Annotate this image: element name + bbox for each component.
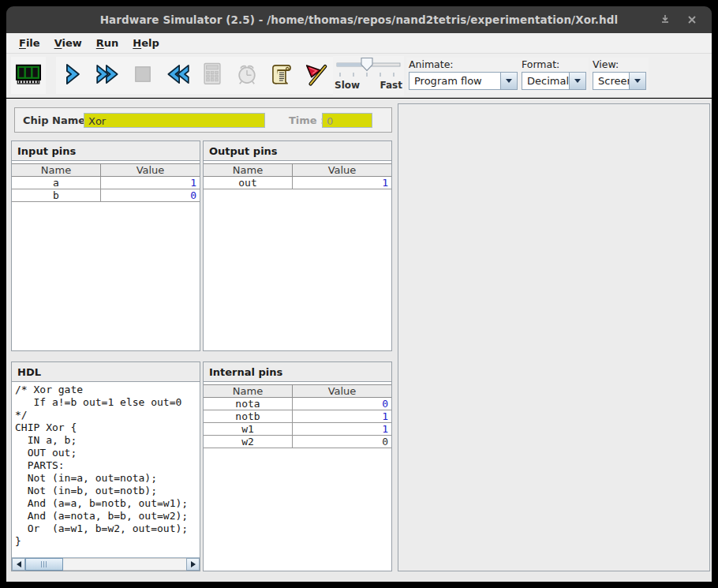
table-row: w20 — [204, 436, 391, 448]
output-pins-table: Name Value out1 — [204, 163, 391, 189]
animate-dropdown-button[interactable] — [500, 73, 517, 89]
code-line: IN a, b; — [15, 434, 200, 447]
speed-slider[interactable]: Slow Fast — [333, 56, 404, 96]
calculator-icon — [200, 62, 224, 90]
table-header: Name Value — [204, 163, 391, 177]
menu-run[interactable]: Run — [89, 35, 126, 51]
minimize-button[interactable] — [658, 13, 672, 27]
code-line: CHIP Xor { — [15, 421, 200, 434]
pin-value[interactable]: 0 — [293, 436, 391, 448]
hdl-panel: HDL /* Xor gate If a!=b out=1 else out=0… — [11, 361, 200, 571]
format-dropdown-button[interactable] — [569, 73, 585, 89]
view-label: View: — [593, 58, 646, 70]
output-pins-title: Output pins — [204, 141, 391, 161]
code-line: */ — [15, 409, 200, 421]
pin-name: b — [12, 189, 101, 201]
window-controls — [658, 6, 699, 33]
scrollbar-thumb[interactable] — [25, 558, 63, 571]
table-row: out1 — [204, 177, 391, 189]
table-row: b0 — [12, 189, 200, 202]
memory-chip-icon — [14, 62, 43, 89]
column-header-value: Value — [293, 385, 391, 397]
code-line: /* Xor gate — [15, 384, 200, 396]
menu-file[interactable]: File — [12, 35, 47, 51]
pin-name: a — [12, 177, 101, 189]
format-value: Decimal — [522, 73, 569, 89]
scroll-left-button[interactable] — [12, 558, 25, 571]
triangle-left-icon — [17, 561, 21, 567]
code-line: Not (in=b, out=notb); — [15, 485, 200, 497]
run-button[interactable] — [91, 57, 125, 94]
menu-help[interactable]: Help — [125, 35, 166, 51]
reset-button[interactable] — [160, 57, 195, 94]
pin-value[interactable]: 0 — [293, 398, 391, 410]
speed-slider-track[interactable] — [333, 56, 404, 78]
pin-value[interactable]: 1 — [293, 177, 391, 189]
view-dropdown-button[interactable] — [629, 73, 645, 89]
output-pins-panel: Output pins Name Value out1 — [203, 140, 392, 351]
pin-value[interactable]: 1 — [101, 177, 200, 189]
view-select[interactable]: Screen — [593, 72, 646, 90]
close-button[interactable] — [685, 13, 699, 27]
menu-bar: File View Run Help — [6, 33, 712, 54]
table-row: a1 — [12, 177, 200, 189]
pin-value[interactable]: 1 — [293, 410, 391, 422]
column-header-name: Name — [204, 385, 293, 397]
scrollbar-track[interactable] — [25, 558, 186, 571]
chip-name-label: Chip Name : — [23, 114, 93, 126]
table-row: w11 — [204, 423, 391, 436]
column-header-name: Name — [204, 164, 293, 176]
title-bar: Hardware Simulator (2.5) - /home/thomas/… — [6, 6, 712, 33]
flag-icon — [304, 62, 329, 90]
chip-name-bar: Chip Name : Xor Time : 0 — [14, 107, 392, 133]
view-canvas-panel — [398, 103, 710, 571]
triangle-right-icon — [191, 561, 196, 567]
format-select[interactable]: Decimal — [522, 72, 586, 90]
pin-value[interactable]: 1 — [293, 423, 391, 435]
view-value: Screen — [593, 73, 629, 89]
animate-select[interactable]: Program flow — [409, 72, 518, 90]
chevron-down-icon — [506, 79, 512, 83]
code-line: } — [15, 535, 200, 548]
scroll-icon — [269, 62, 294, 90]
animate-value: Program flow — [409, 73, 500, 89]
code-line: If a!=b out=1 else out=0 — [15, 396, 200, 409]
code-line: Not (in=a, out=nota); — [15, 472, 200, 485]
pin-name: notb — [204, 410, 293, 422]
time-label: Time : — [289, 114, 324, 126]
column-header-value: Value — [293, 164, 391, 176]
hdl-code: /* Xor gate If a!=b out=1 else out=0*/CH… — [12, 382, 200, 548]
hdl-horizontal-scrollbar — [12, 557, 200, 571]
slider-fast-label: Fast — [380, 80, 402, 91]
view-group: View: Screen — [590, 58, 649, 93]
chevron-down-icon — [634, 79, 641, 83]
toolbar: Slow Fast Animate: Program flow Format: … — [6, 54, 712, 98]
table-header: Name Value — [204, 384, 391, 398]
load-chip-button[interactable] — [11, 57, 46, 94]
minimize-icon — [660, 13, 671, 28]
pin-name: out — [204, 177, 293, 189]
double-chevron-left-icon — [164, 62, 191, 89]
chevron-down-icon — [574, 79, 581, 83]
breakpoints-button[interactable] — [299, 57, 334, 94]
calculator-button — [195, 57, 230, 94]
window-title: Hardware Simulator (2.5) - /home/thomas/… — [100, 13, 619, 26]
input-pins-panel: Input pins Name Value a1b0 — [11, 140, 200, 351]
code-line: OUT out; — [15, 447, 200, 459]
table-header: Name Value — [12, 163, 200, 177]
pin-value[interactable]: 0 — [101, 189, 200, 201]
close-icon — [687, 13, 697, 28]
internal-pins-panel: Internal pins Name Value nota0notb1w11w2… — [203, 361, 392, 571]
menu-view[interactable]: View — [47, 35, 89, 51]
code-line: And (a=nota, b=b, out=w2); — [15, 510, 200, 522]
single-step-button[interactable] — [56, 57, 91, 94]
column-header-value: Value — [101, 164, 200, 176]
chip-name-field[interactable]: Xor — [84, 113, 265, 128]
pin-name: w2 — [204, 436, 293, 448]
internal-pins-title: Internal pins — [204, 362, 391, 382]
animate-label: Animate: — [409, 58, 518, 70]
scroll-right-button[interactable] — [186, 558, 200, 571]
slider-slow-label: Slow — [335, 80, 360, 91]
format-label: Format: — [522, 58, 586, 70]
script-button[interactable] — [264, 57, 299, 94]
